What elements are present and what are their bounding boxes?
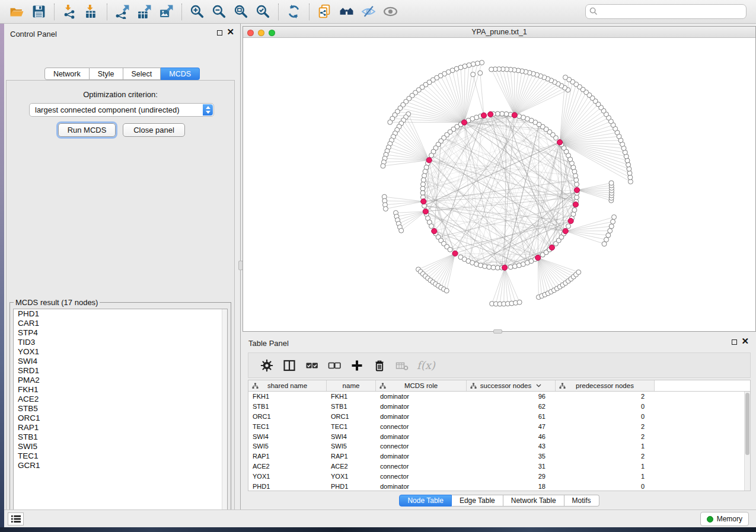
tab-network[interactable]: Network	[44, 68, 90, 80]
table-scrollbar[interactable]	[744, 392, 750, 491]
mcds-result-item[interactable]: FKH1	[14, 385, 227, 395]
column-header-successor-nodes[interactable]: successor nodes	[467, 380, 556, 391]
cell: 1	[556, 471, 655, 481]
table-row[interactable]: FKH1FKH1dominator962	[248, 392, 750, 402]
float-panel-icon[interactable]	[217, 30, 222, 36]
table-row[interactable]: SWI4SWI4dominator462	[248, 431, 750, 441]
run-mcds-button[interactable]: Run MCDS	[58, 123, 116, 137]
mcds-node[interactable]	[421, 198, 426, 204]
export-table-icon[interactable]	[133, 2, 155, 21]
mcds-result-item[interactable]: ORC1	[14, 414, 227, 423]
mcds-result-item[interactable]: TEC1	[14, 451, 227, 461]
mcds-result-item[interactable]: ACE2	[14, 395, 227, 404]
table-splitter-handle[interactable]	[493, 329, 502, 334]
table-scrollbar-thumb[interactable]	[745, 393, 749, 455]
export-network-icon[interactable]	[111, 2, 133, 21]
mcds-node[interactable]	[461, 120, 467, 125]
gear-icon[interactable]	[256, 355, 278, 376]
mcds-result-item[interactable]: STB1	[14, 432, 227, 442]
tab-node-table[interactable]: Node Table	[399, 495, 452, 507]
mcds-result-item[interactable]: PMA2	[14, 376, 227, 385]
mcds-result-item[interactable]: TID3	[14, 338, 227, 347]
export-image-icon[interactable]	[155, 2, 177, 21]
zoom-out-icon[interactable]	[208, 2, 230, 21]
deselect-all-icon[interactable]	[323, 355, 346, 376]
memory-button[interactable]: Memory	[700, 512, 749, 526]
mcds-list-scrollbar[interactable]	[222, 309, 227, 516]
bird-eye-icon[interactable]	[379, 2, 401, 21]
mcds-result-item[interactable]: PHD1	[14, 309, 227, 319]
hide-panels-icon[interactable]	[358, 2, 379, 21]
column-header-MCDS-role[interactable]: MCDS role	[376, 380, 467, 391]
mcds-node[interactable]	[488, 111, 493, 117]
mcds-node[interactable]	[432, 229, 437, 234]
table-row[interactable]: STB1STB1dominator620	[248, 402, 750, 412]
table-row[interactable]: PHD1PHD1dominator180	[248, 481, 750, 491]
mcds-node[interactable]	[563, 229, 568, 234]
zoom-in-icon[interactable]	[186, 2, 208, 21]
binoculars-icon[interactable]	[336, 2, 358, 21]
tab-network-table[interactable]: Network Table	[503, 495, 564, 507]
share-document-icon[interactable]	[314, 2, 336, 21]
mcds-result-item[interactable]: RAP1	[14, 423, 227, 432]
import-network-icon[interactable]	[59, 2, 81, 21]
mcds-node[interactable]	[573, 202, 578, 207]
mcds-node[interactable]	[574, 187, 579, 193]
mcds-node[interactable]	[423, 209, 428, 214]
mcds-node[interactable]	[549, 245, 554, 250]
float-table-panel-icon[interactable]	[732, 339, 737, 345]
import-table-icon[interactable]	[81, 2, 103, 21]
split-columns-icon[interactable]	[278, 355, 301, 376]
table-row[interactable]: ACE2ACE2connector311	[248, 462, 750, 472]
tab-motifs[interactable]: Motifs	[564, 495, 599, 507]
table-row[interactable]: RAP1RAP1dominator352	[248, 451, 750, 462]
zoom-fit-icon[interactable]	[230, 2, 252, 21]
mcds-result-item[interactable]: SWI4	[14, 357, 227, 366]
mcds-node[interactable]	[535, 255, 541, 260]
tab-select[interactable]: Select	[123, 68, 161, 80]
column-header-name[interactable]: name	[327, 380, 376, 391]
mcds-result-item[interactable]: GCR1	[14, 461, 227, 470]
table-row[interactable]: SWI5SWI5connector431	[248, 441, 750, 451]
mcds-node[interactable]	[426, 158, 432, 163]
add-column-icon[interactable]	[346, 355, 368, 376]
close-panel-icon[interactable]: ✕	[227, 27, 234, 37]
zoom-selected-icon[interactable]	[252, 2, 274, 21]
refresh-view-icon[interactable]	[283, 2, 305, 21]
table-row[interactable]: YOX1YOX1connector291	[248, 471, 750, 481]
cell: 35	[467, 451, 556, 462]
tab-edge-table[interactable]: Edge Table	[452, 495, 503, 507]
tab-style[interactable]: Style	[90, 68, 123, 80]
mcds-node[interactable]	[512, 113, 517, 118]
mcds-node[interactable]	[452, 251, 458, 256]
search-input[interactable]	[585, 4, 747, 19]
mcds-result-item[interactable]: SWI5	[14, 442, 227, 451]
select-all-icon[interactable]	[301, 355, 323, 376]
network-graph[interactable]	[243, 38, 755, 331]
network-canvas[interactable]	[243, 38, 755, 331]
tab-mcds[interactable]: MCDS	[161, 68, 200, 80]
mcds-node[interactable]	[568, 218, 573, 223]
mcds-result-item[interactable]: STP4	[14, 328, 227, 338]
cell: connector	[376, 471, 467, 481]
close-panel-button[interactable]: Close panel	[123, 123, 185, 137]
mcds-result-item[interactable]: SRD1	[14, 366, 227, 376]
mcds-result-item[interactable]: STB5	[14, 404, 227, 414]
table-row[interactable]: TEC1TEC1connector472	[248, 421, 750, 431]
mcds-result-list[interactable]: PHD1CAR1STP4TID3YOX1SWI4SRD1PMA2FKH1ACE2…	[13, 309, 228, 517]
mcds-node[interactable]	[481, 113, 486, 118]
table-row[interactable]: ORC1ORC1dominator610	[248, 412, 750, 422]
mcds-node[interactable]	[557, 140, 562, 145]
mcds-result-item[interactable]: YOX1	[14, 347, 227, 357]
mcds-result-item[interactable]: CAR1	[14, 319, 227, 328]
close-table-panel-icon[interactable]: ✕	[741, 336, 749, 347]
task-history-button[interactable]	[8, 512, 24, 525]
network-window-titlebar[interactable]: YPA_prune.txt_1	[243, 27, 755, 38]
delete-column-icon[interactable]	[368, 355, 391, 376]
save-session-icon[interactable]	[28, 2, 50, 21]
column-header-shared-name[interactable]: shared name	[248, 380, 327, 391]
optimization-criterion-select[interactable]: largest connected component (undirected)	[29, 103, 214, 117]
open-file-icon[interactable]	[6, 2, 28, 21]
mcds-node[interactable]	[502, 265, 508, 270]
column-header-predecessor-nodes[interactable]: predecessor nodes	[556, 380, 655, 391]
